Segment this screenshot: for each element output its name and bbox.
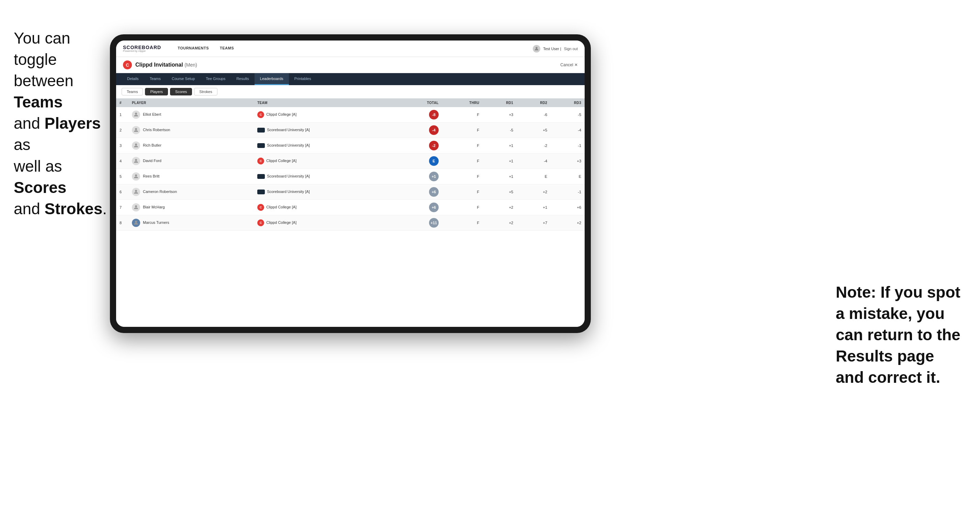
- cell-player: Elliot Ebert: [129, 107, 254, 122]
- cell-thru: F: [442, 122, 483, 138]
- cell-total: +6: [398, 184, 442, 200]
- svg-point-7: [135, 190, 137, 192]
- table-row: 7Blair McHargCClippd College [A]+6F+2+1+…: [116, 200, 585, 215]
- tab-results[interactable]: Results: [231, 73, 255, 85]
- cell-rd3: -4: [550, 122, 585, 138]
- logo-sub: Powered by clippd: [123, 49, 161, 52]
- svg-point-2: [135, 113, 137, 115]
- cell-rank: 5: [116, 169, 129, 184]
- leaderboard-table: # PLAYER TEAM TOTAL THRU RD1 RD2 RD3 1El…: [116, 98, 585, 327]
- nav-link-teams[interactable]: TEAMS: [214, 41, 239, 57]
- tab-tee-groups[interactable]: Tee Groups: [200, 73, 231, 85]
- toggle-strokes[interactable]: Strokes: [194, 88, 217, 95]
- cell-team: Scoreboard University [A]: [254, 184, 397, 200]
- cancel-button[interactable]: Cancel ✕: [560, 62, 578, 67]
- annotation-right: Note: If you spot a mistake, you can ret…: [836, 281, 966, 388]
- col-rd3: RD3: [550, 98, 585, 107]
- col-total: TOTAL: [398, 98, 442, 107]
- tab-details[interactable]: Details: [122, 73, 144, 85]
- tournament-title-area: C Clippd Invitational (Men): [123, 60, 197, 69]
- toggle-scores[interactable]: Scores: [170, 88, 192, 95]
- cell-thru: F: [442, 107, 483, 122]
- cell-rd2: E: [517, 169, 550, 184]
- cell-rd1: +3: [483, 107, 517, 122]
- svg-point-4: [135, 143, 137, 146]
- cell-rd1: +5: [483, 184, 517, 200]
- cell-rd2: -2: [517, 138, 550, 154]
- col-rd2: RD2: [517, 98, 550, 107]
- cell-player: Marcus Turners: [129, 215, 254, 231]
- cell-player: Cameron Robertson: [129, 184, 254, 200]
- table-row: 5Rees BrittScoreboard University [A]+1F+…: [116, 169, 585, 184]
- cell-rank: 2: [116, 122, 129, 138]
- nav-link-tournaments[interactable]: TOURNAMENTS: [172, 41, 214, 57]
- cell-player: David Ford: [129, 154, 254, 169]
- cell-thru: F: [442, 184, 483, 200]
- cell-rd3: +6: [550, 200, 585, 215]
- tab-course-setup[interactable]: Course Setup: [166, 73, 200, 85]
- tab-printables[interactable]: Printables: [289, 73, 317, 85]
- logo-area: SCOREBOARD Powered by clippd: [123, 44, 161, 52]
- cell-total: +6: [398, 200, 442, 215]
- cell-team: Scoreboard University [A]: [254, 169, 397, 184]
- table-row: 6Cameron RobertsonScoreboard University …: [116, 184, 585, 200]
- cell-rank: 1: [116, 107, 129, 122]
- cell-team: CClippd College [A]: [254, 154, 397, 169]
- cell-total: +11: [398, 215, 442, 231]
- toggle-teams[interactable]: Teams: [122, 88, 143, 95]
- cell-rd1: +1: [483, 169, 517, 184]
- toggle-players[interactable]: Players: [145, 88, 168, 95]
- cell-team: CClippd College [A]: [254, 200, 397, 215]
- cell-player: Rich Butler: [129, 138, 254, 154]
- cell-rank: 6: [116, 184, 129, 200]
- svg-point-1: [536, 47, 538, 48]
- cell-total: +1: [398, 169, 442, 184]
- annotation-left: You can toggle between Teams and Players…: [14, 27, 110, 219]
- cell-rank: 3: [116, 138, 129, 154]
- cell-rd1: +2: [483, 215, 517, 231]
- table-row: 2Chris RobertsonScoreboard University [A…: [116, 122, 585, 138]
- tablet-frame: SCOREBOARD Powered by clippd TOURNAMENTS…: [110, 34, 591, 333]
- cell-rd2: +1: [517, 200, 550, 215]
- cell-thru: F: [442, 154, 483, 169]
- nav-right: Test User | Sign out: [533, 45, 578, 52]
- cell-rank: 7: [116, 200, 129, 215]
- tablet-screen: SCOREBOARD Powered by clippd TOURNAMENTS…: [116, 41, 585, 327]
- table-row: 1Elliot EbertCClippd College [A]-8F+3-6-…: [116, 107, 585, 122]
- col-thru: THRU: [442, 98, 483, 107]
- cell-team: Scoreboard University [A]: [254, 138, 397, 154]
- cell-rd2: +7: [517, 215, 550, 231]
- table-header-row: # PLAYER TEAM TOTAL THRU RD1 RD2 RD3: [116, 98, 585, 107]
- cell-thru: F: [442, 138, 483, 154]
- cell-rank: 4: [116, 154, 129, 169]
- table-row: 8Marcus TurnersCClippd College [A]+11F+2…: [116, 215, 585, 231]
- svg-point-5: [135, 159, 137, 161]
- tab-teams[interactable]: Teams: [144, 73, 166, 85]
- svg-point-9: [135, 221, 137, 223]
- svg-point-8: [135, 205, 137, 207]
- sign-out-link[interactable]: Sign out: [564, 47, 578, 51]
- tournament-logo: C: [123, 60, 132, 69]
- cell-rd3: -1: [550, 138, 585, 154]
- user-avatar: [533, 45, 540, 52]
- tournament-name: Clippd Invitational (Men): [135, 62, 197, 68]
- cell-rd1: +1: [483, 138, 517, 154]
- tab-leaderboards[interactable]: Leaderboards: [255, 73, 289, 85]
- cell-thru: F: [442, 200, 483, 215]
- toggle-bar: Teams Players Scores Strokes: [116, 85, 585, 98]
- cell-rank: 8: [116, 215, 129, 231]
- cell-player: Chris Robertson: [129, 122, 254, 138]
- cell-total: -8: [398, 107, 442, 122]
- nav-links: TOURNAMENTS TEAMS: [172, 41, 239, 57]
- cell-rd1: +1: [483, 154, 517, 169]
- cell-rd3: +2: [550, 215, 585, 231]
- nav-left: SCOREBOARD Powered by clippd TOURNAMENTS…: [123, 41, 239, 57]
- cell-player: Blair McHarg: [129, 200, 254, 215]
- players-table: # PLAYER TEAM TOTAL THRU RD1 RD2 RD3 1El…: [116, 98, 585, 231]
- cell-rd3: -1: [550, 184, 585, 200]
- cell-team: CClippd College [A]: [254, 215, 397, 231]
- user-name: Test User |: [543, 47, 561, 51]
- cell-rd2: -4: [517, 154, 550, 169]
- top-nav: SCOREBOARD Powered by clippd TOURNAMENTS…: [116, 41, 585, 57]
- cell-rd2: -6: [517, 107, 550, 122]
